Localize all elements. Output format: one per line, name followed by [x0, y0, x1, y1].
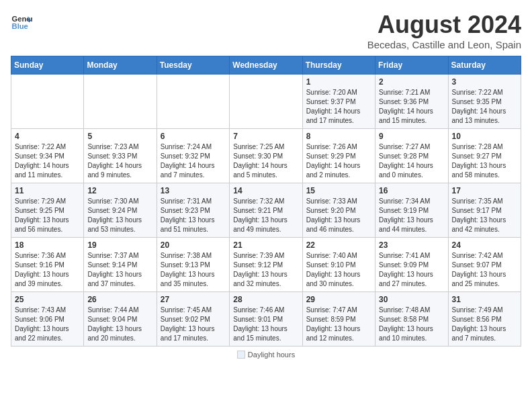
day-info: Sunrise: 7:48 AM Sunset: 8:58 PM Dayligh… — [379, 306, 444, 343]
calendar-cell: 22Sunrise: 7:40 AM Sunset: 9:10 PM Dayli… — [302, 238, 375, 292]
day-number: 6 — [161, 132, 226, 141]
calendar-footer: Daylight hours — [11, 351, 521, 359]
calendar-cell: 23Sunrise: 7:41 AM Sunset: 9:09 PM Dayli… — [375, 238, 448, 292]
day-number: 4 — [15, 132, 80, 141]
day-info: Sunrise: 7:22 AM Sunset: 9:35 PM Dayligh… — [452, 88, 517, 126]
day-number: 14 — [233, 186, 298, 195]
calendar-cell: 28Sunrise: 7:46 AM Sunset: 9:01 PM Dayli… — [230, 292, 302, 347]
calendar-cell: 20Sunrise: 7:38 AM Sunset: 9:13 PM Dayli… — [157, 238, 229, 292]
week-row-5: 25Sunrise: 7:43 AM Sunset: 9:06 PM Dayli… — [11, 292, 521, 347]
day-number: 30 — [379, 295, 444, 304]
logo-icon: General Blue — [11, 11, 32, 32]
location-subtitle: Becedas, Castille and Leon, Spain — [367, 39, 521, 50]
day-number: 29 — [306, 295, 371, 304]
week-row-4: 18Sunrise: 7:36 AM Sunset: 9:16 PM Dayli… — [11, 238, 521, 292]
day-info: Sunrise: 7:29 AM Sunset: 9:25 PM Dayligh… — [15, 197, 80, 234]
day-info: Sunrise: 7:31 AM Sunset: 9:23 PM Dayligh… — [161, 197, 226, 234]
day-number: 5 — [87, 132, 152, 141]
day-number: 1 — [306, 77, 371, 87]
day-info: Sunrise: 7:35 AM Sunset: 9:17 PM Dayligh… — [452, 197, 517, 234]
calendar-cell: 24Sunrise: 7:42 AM Sunset: 9:07 PM Dayli… — [448, 238, 521, 292]
calendar-cell — [230, 75, 302, 129]
day-info: Sunrise: 7:21 AM Sunset: 9:36 PM Dayligh… — [379, 88, 444, 126]
week-row-2: 4Sunrise: 7:22 AM Sunset: 9:34 PM Daylig… — [11, 129, 521, 183]
col-header-monday: Monday — [84, 56, 157, 75]
day-number: 8 — [306, 132, 371, 141]
calendar-cell: 29Sunrise: 7:47 AM Sunset: 8:59 PM Dayli… — [302, 292, 375, 347]
day-number: 11 — [15, 186, 80, 195]
day-number: 31 — [452, 295, 517, 304]
col-header-friday: Friday — [375, 56, 448, 75]
calendar-cell — [84, 75, 157, 129]
calendar-body: 1Sunrise: 7:20 AM Sunset: 9:37 PM Daylig… — [11, 75, 521, 347]
day-info: Sunrise: 7:36 AM Sunset: 9:16 PM Dayligh… — [15, 251, 80, 289]
day-number: 18 — [15, 240, 80, 250]
day-info: Sunrise: 7:28 AM Sunset: 9:27 PM Dayligh… — [452, 142, 517, 180]
calendar-cell: 14Sunrise: 7:32 AM Sunset: 9:21 PM Dayli… — [230, 183, 302, 238]
day-number: 27 — [161, 295, 226, 304]
calendar-cell: 26Sunrise: 7:44 AM Sunset: 9:04 PM Dayli… — [84, 292, 157, 347]
footer-daylight: Daylight hours — [237, 351, 295, 359]
col-header-wednesday: Wednesday — [230, 56, 302, 75]
day-info: Sunrise: 7:32 AM Sunset: 9:21 PM Dayligh… — [233, 197, 298, 234]
calendar-cell: 10Sunrise: 7:28 AM Sunset: 9:27 PM Dayli… — [448, 129, 521, 183]
calendar-cell: 5Sunrise: 7:23 AM Sunset: 9:33 PM Daylig… — [84, 129, 157, 183]
day-number: 10 — [452, 132, 517, 141]
day-info: Sunrise: 7:46 AM Sunset: 9:01 PM Dayligh… — [233, 306, 298, 343]
day-info: Sunrise: 7:44 AM Sunset: 9:04 PM Dayligh… — [87, 306, 152, 343]
calendar-cell: 4Sunrise: 7:22 AM Sunset: 9:34 PM Daylig… — [11, 129, 84, 183]
day-info: Sunrise: 7:45 AM Sunset: 9:02 PM Dayligh… — [161, 306, 226, 343]
day-info: Sunrise: 7:41 AM Sunset: 9:09 PM Dayligh… — [379, 251, 444, 289]
day-info: Sunrise: 7:49 AM Sunset: 8:56 PM Dayligh… — [452, 306, 517, 343]
day-number: 26 — [87, 295, 152, 304]
calendar-cell: 15Sunrise: 7:33 AM Sunset: 9:20 PM Dayli… — [302, 183, 375, 238]
day-info: Sunrise: 7:30 AM Sunset: 9:24 PM Dayligh… — [87, 197, 152, 234]
calendar-cell: 9Sunrise: 7:27 AM Sunset: 9:28 PM Daylig… — [375, 129, 448, 183]
day-number: 15 — [306, 186, 371, 195]
calendar-cell: 7Sunrise: 7:25 AM Sunset: 9:30 PM Daylig… — [230, 129, 302, 183]
page-header: General Blue August 2024 Becedas, Castil… — [11, 11, 521, 50]
calendar-cell: 27Sunrise: 7:45 AM Sunset: 9:02 PM Dayli… — [157, 292, 229, 347]
day-number: 7 — [233, 132, 298, 141]
title-block: August 2024 Becedas, Castille and Leon, … — [367, 11, 521, 50]
calendar-cell: 6Sunrise: 7:24 AM Sunset: 9:32 PM Daylig… — [157, 129, 229, 183]
day-number: 2 — [379, 77, 444, 87]
calendar-cell: 1Sunrise: 7:20 AM Sunset: 9:37 PM Daylig… — [302, 75, 375, 129]
daylight-label: Daylight hours — [248, 351, 295, 359]
day-info: Sunrise: 7:34 AM Sunset: 9:19 PM Dayligh… — [379, 197, 444, 234]
week-row-1: 1Sunrise: 7:20 AM Sunset: 9:37 PM Daylig… — [11, 75, 521, 129]
col-header-sunday: Sunday — [11, 56, 84, 75]
day-info: Sunrise: 7:24 AM Sunset: 9:32 PM Dayligh… — [161, 142, 226, 180]
day-number: 25 — [15, 295, 80, 304]
day-number: 3 — [452, 77, 517, 87]
week-row-3: 11Sunrise: 7:29 AM Sunset: 9:25 PM Dayli… — [11, 183, 521, 238]
day-number: 22 — [306, 240, 371, 250]
calendar-cell: 18Sunrise: 7:36 AM Sunset: 9:16 PM Dayli… — [11, 238, 84, 292]
calendar-cell: 30Sunrise: 7:48 AM Sunset: 8:58 PM Dayli… — [375, 292, 448, 347]
day-info: Sunrise: 7:27 AM Sunset: 9:28 PM Dayligh… — [379, 142, 444, 180]
day-number: 28 — [233, 295, 298, 304]
calendar-table: SundayMondayTuesdayWednesdayThursdayFrid… — [11, 56, 521, 347]
day-number: 12 — [87, 186, 152, 195]
calendar-cell: 8Sunrise: 7:26 AM Sunset: 9:29 PM Daylig… — [302, 129, 375, 183]
day-info: Sunrise: 7:39 AM Sunset: 9:12 PM Dayligh… — [233, 251, 298, 289]
day-info: Sunrise: 7:22 AM Sunset: 9:34 PM Dayligh… — [15, 142, 80, 180]
calendar-cell: 11Sunrise: 7:29 AM Sunset: 9:25 PM Dayli… — [11, 183, 84, 238]
day-number: 24 — [452, 240, 517, 250]
day-info: Sunrise: 7:42 AM Sunset: 9:07 PM Dayligh… — [452, 251, 517, 289]
calendar-cell: 21Sunrise: 7:39 AM Sunset: 9:12 PM Dayli… — [230, 238, 302, 292]
calendar-header-row: SundayMondayTuesdayWednesdayThursdayFrid… — [11, 56, 521, 75]
day-info: Sunrise: 7:47 AM Sunset: 8:59 PM Dayligh… — [306, 306, 371, 343]
col-header-tuesday: Tuesday — [157, 56, 229, 75]
month-title: August 2024 — [367, 11, 521, 39]
day-number: 13 — [161, 186, 226, 195]
day-info: Sunrise: 7:23 AM Sunset: 9:33 PM Dayligh… — [87, 142, 152, 180]
calendar-cell: 3Sunrise: 7:22 AM Sunset: 9:35 PM Daylig… — [448, 75, 521, 129]
svg-text:Blue: Blue — [12, 22, 28, 30]
day-info: Sunrise: 7:43 AM Sunset: 9:06 PM Dayligh… — [15, 306, 80, 343]
day-info: Sunrise: 7:37 AM Sunset: 9:14 PM Dayligh… — [87, 251, 152, 289]
day-info: Sunrise: 7:26 AM Sunset: 9:29 PM Dayligh… — [306, 142, 371, 180]
col-header-thursday: Thursday — [302, 56, 375, 75]
calendar-cell — [11, 75, 84, 129]
day-info: Sunrise: 7:38 AM Sunset: 9:13 PM Dayligh… — [161, 251, 226, 289]
